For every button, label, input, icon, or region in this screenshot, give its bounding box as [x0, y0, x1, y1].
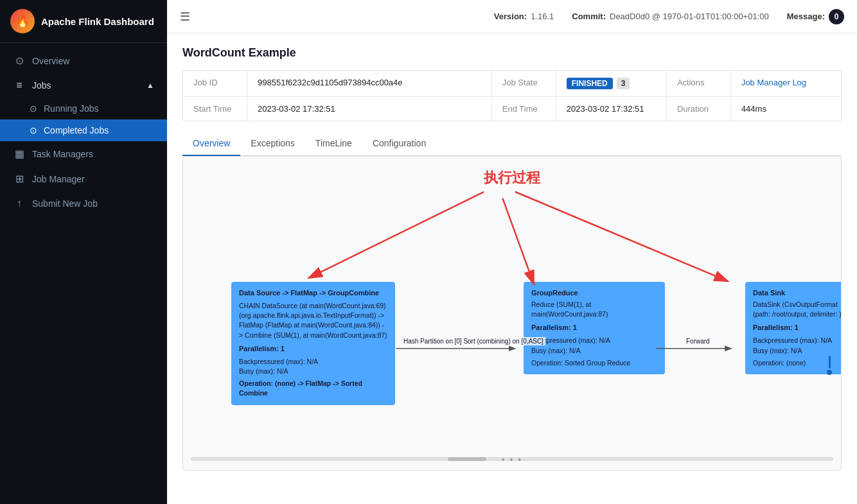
- job-row-time: Start Time 2023-03-02 17:32:51 End Time …: [183, 97, 841, 121]
- node1-operation: Operation: (none) -> FlatMap -> Sorted C…: [239, 379, 387, 398]
- job-state-label: Job State: [492, 71, 556, 96]
- job-state-value: FINISHED 3: [556, 71, 667, 96]
- duration-label: Duration: [667, 97, 731, 121]
- finished-badge-text: FINISHED: [567, 78, 613, 89]
- node3-backpressured: Backpressured (max): N/A: [753, 336, 842, 345]
- sidebar-item-task-managers[interactable]: ▦ Task Managers: [0, 141, 167, 166]
- topbar: ☰ Version: 1.16.1 Commit: DeadD0d0 @ 197…: [167, 0, 857, 33]
- tab-configuration[interactable]: Configuration: [362, 132, 436, 156]
- job-id-label: Job ID: [183, 71, 247, 96]
- tab-timeline[interactable]: TimeLine: [305, 132, 362, 156]
- node3-title: Data Sink: [753, 288, 842, 299]
- chevron-up-icon: ▲: [146, 81, 154, 90]
- finished-badge: FINISHED 3: [567, 78, 630, 89]
- node2-backpressured: Backpressured (max): N/A: [531, 336, 657, 345]
- version-label: Version:: [494, 12, 527, 21]
- job-manager-icon: ⊞: [13, 173, 26, 185]
- completed-jobs-icon: ⊙: [30, 125, 37, 135]
- message-label: Message:: [787, 12, 825, 21]
- sidebar: 🔥 Apache Flink Dashboard ⊙ Overview ≡ Jo…: [0, 0, 167, 504]
- page-title: WordCount Example: [182, 46, 842, 60]
- job-row-id: Job ID 998551f6232c9d1105d973894cc00a4e …: [183, 71, 841, 97]
- sidebar-item-overview[interactable]: ⊙ Overview: [0, 48, 167, 73]
- node2-operation: Operation: Sorted Group Reduce: [531, 358, 657, 368]
- app-logo-icon: 🔥: [10, 9, 35, 33]
- sidebar-item-completed-jobs[interactable]: ⊙ Completed Jobs: [0, 119, 167, 141]
- node3-busy: Busy (max): N/A: [753, 346, 842, 356]
- topbar-info: Version: 1.16.1 Commit: DeadD0d0 @ 1970-…: [494, 9, 844, 24]
- node1-title: Data Source -> FlatMap -> GroupCombine: [239, 288, 387, 299]
- annotation-text: 执行过程: [484, 168, 540, 187]
- node1-busy: Busy (max): N/A: [239, 367, 387, 376]
- sidebar-job-manager-label: Job Manager: [32, 174, 85, 184]
- flow-node-1: Data Source -> FlatMap -> GroupCombine C…: [231, 282, 395, 405]
- overview-icon: ⊙: [13, 55, 26, 67]
- main-content: ☰ Version: 1.16.1 Commit: DeadD0d0 @ 197…: [167, 0, 857, 504]
- tab-bar: Overview Exceptions TimeLine Configurati…: [182, 132, 842, 156]
- flow-diagram: 执行过程: [182, 156, 842, 471]
- job-manager-log-link[interactable]: Job Manager Log: [731, 71, 841, 96]
- job-details-table: Job ID 998551f6232c9d1105d973894cc00a4e …: [182, 70, 842, 121]
- tab-overview[interactable]: Overview: [182, 132, 240, 156]
- running-jobs-icon: ⊙: [30, 103, 37, 114]
- sidebar-jobs-label: Jobs: [32, 80, 51, 91]
- sidebar-item-overview-label: Overview: [32, 56, 69, 66]
- sidebar-nav: ⊙ Overview ≡ Jobs ▲ ⊙ Running Jobs ⊙ Com…: [0, 43, 167, 504]
- node3-detail: DataSink (CsvOutputFormat (path: /root/o…: [753, 300, 842, 319]
- tab-exceptions[interactable]: Exceptions: [240, 132, 305, 156]
- sidebar-item-running-jobs[interactable]: ⊙ Running Jobs: [0, 98, 167, 119]
- app-title: Apache Flink Dashboard: [41, 16, 154, 27]
- scroll-dots: • • •: [502, 455, 522, 465]
- legend-key: [827, 356, 832, 375]
- node1-parallelism: Parallelism: 1: [239, 344, 387, 354]
- flow-node-2: GroupReduce Reduce (SUM(1), at main(Word…: [524, 282, 665, 374]
- end-time-value: 2023-03-02 17:32:51: [556, 97, 667, 121]
- sidebar-item-job-manager[interactable]: ⊞ Job Manager: [0, 166, 167, 191]
- node3-parallelism: Parallelism: 1: [753, 323, 842, 333]
- edge-label-2: Forward: [684, 337, 712, 345]
- sidebar-submit-new-job-label: Submit New Job: [32, 198, 98, 209]
- edge-label-1: Hash Partition on [0] Sort (combining) o…: [402, 337, 545, 345]
- sidebar-logo: 🔥 Apache Flink Dashboard: [0, 0, 167, 43]
- commit-value: DeadD0d0 @ 1970-01-01T01:00:00+01:00: [610, 12, 769, 21]
- jobs-icon: ≡: [13, 80, 26, 91]
- job-id-value: 998551f6232c9d1105d973894cc00a4e: [247, 71, 492, 96]
- state-num-badge: 3: [617, 78, 630, 89]
- node2-title: GroupReduce: [531, 288, 657, 299]
- message-count: 0: [835, 12, 839, 21]
- sidebar-task-managers-label: Task Managers: [32, 149, 93, 159]
- sidebar-running-jobs-label: Running Jobs: [44, 103, 99, 114]
- node2-busy: Busy (max): N/A: [531, 346, 657, 356]
- actions-label: Actions: [667, 71, 731, 96]
- content-area: WordCount Example Job ID 998551f6232c9d1…: [167, 33, 857, 504]
- duration-value: 444ms: [731, 97, 841, 121]
- sidebar-item-submit-new-job[interactable]: ↑ Submit New Job: [0, 191, 167, 216]
- node2-parallelism: Parallelism: 1: [531, 323, 657, 333]
- svg-line-2: [502, 198, 534, 284]
- node1-detail: CHAIN DataSource (at main(WordCount.java…: [239, 301, 387, 340]
- task-managers-icon: ▦: [13, 148, 26, 160]
- sidebar-item-jobs[interactable]: ≡ Jobs ▲: [0, 73, 167, 98]
- sidebar-completed-jobs-label: Completed Jobs: [44, 125, 109, 135]
- svg-line-1: [308, 192, 484, 278]
- commit-label: Commit:: [572, 12, 606, 21]
- node1-backpressured: Backpressured (max): N/A: [239, 357, 387, 367]
- submit-job-icon: ↑: [13, 198, 26, 209]
- start-time-value: 2023-03-02 17:32:51: [247, 97, 492, 121]
- version-value: 1.16.1: [531, 12, 554, 21]
- start-time-label: Start Time: [183, 97, 247, 121]
- end-time-label: End Time: [492, 97, 556, 121]
- svg-line-3: [515, 192, 729, 281]
- node2-detail: Reduce (SUM(1), at main(WordCount.java:8…: [531, 300, 657, 319]
- message-badge[interactable]: 0: [829, 9, 844, 24]
- menu-icon[interactable]: ☰: [180, 10, 190, 24]
